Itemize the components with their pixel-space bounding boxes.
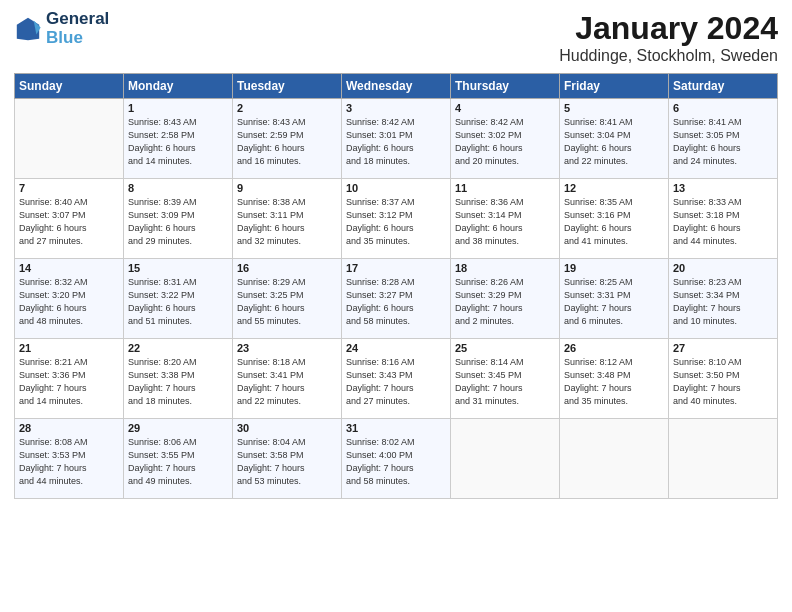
day-info: Sunrise: 8:16 AMSunset: 3:43 PMDaylight:… xyxy=(346,356,446,408)
day-cell: 3Sunrise: 8:42 AMSunset: 3:01 PMDaylight… xyxy=(342,99,451,179)
day-cell: 21Sunrise: 8:21 AMSunset: 3:36 PMDayligh… xyxy=(15,339,124,419)
day-info: Sunrise: 8:20 AMSunset: 3:38 PMDaylight:… xyxy=(128,356,228,408)
day-number: 9 xyxy=(237,182,337,194)
header-row: SundayMondayTuesdayWednesdayThursdayFrid… xyxy=(15,74,778,99)
header-day-tuesday: Tuesday xyxy=(233,74,342,99)
day-info: Sunrise: 8:37 AMSunset: 3:12 PMDaylight:… xyxy=(346,196,446,248)
day-info: Sunrise: 8:25 AMSunset: 3:31 PMDaylight:… xyxy=(564,276,664,328)
day-cell: 11Sunrise: 8:36 AMSunset: 3:14 PMDayligh… xyxy=(451,179,560,259)
header-day-sunday: Sunday xyxy=(15,74,124,99)
day-cell: 28Sunrise: 8:08 AMSunset: 3:53 PMDayligh… xyxy=(15,419,124,499)
day-number: 5 xyxy=(564,102,664,114)
day-info: Sunrise: 8:06 AMSunset: 3:55 PMDaylight:… xyxy=(128,436,228,488)
day-number: 29 xyxy=(128,422,228,434)
week-row-3: 14Sunrise: 8:32 AMSunset: 3:20 PMDayligh… xyxy=(15,259,778,339)
day-number: 10 xyxy=(346,182,446,194)
day-info: Sunrise: 8:43 AMSunset: 2:58 PMDaylight:… xyxy=(128,116,228,168)
day-cell: 30Sunrise: 8:04 AMSunset: 3:58 PMDayligh… xyxy=(233,419,342,499)
day-info: Sunrise: 8:12 AMSunset: 3:48 PMDaylight:… xyxy=(564,356,664,408)
day-info: Sunrise: 8:02 AMSunset: 4:00 PMDaylight:… xyxy=(346,436,446,488)
month-title: January 2024 xyxy=(559,10,778,47)
day-number: 7 xyxy=(19,182,119,194)
header-day-friday: Friday xyxy=(560,74,669,99)
week-row-4: 21Sunrise: 8:21 AMSunset: 3:36 PMDayligh… xyxy=(15,339,778,419)
day-info: Sunrise: 8:39 AMSunset: 3:09 PMDaylight:… xyxy=(128,196,228,248)
day-number: 20 xyxy=(673,262,773,274)
day-info: Sunrise: 8:42 AMSunset: 3:02 PMDaylight:… xyxy=(455,116,555,168)
day-number: 27 xyxy=(673,342,773,354)
day-cell: 31Sunrise: 8:02 AMSunset: 4:00 PMDayligh… xyxy=(342,419,451,499)
day-cell: 9Sunrise: 8:38 AMSunset: 3:11 PMDaylight… xyxy=(233,179,342,259)
day-number: 28 xyxy=(19,422,119,434)
day-number: 25 xyxy=(455,342,555,354)
day-cell: 1Sunrise: 8:43 AMSunset: 2:58 PMDaylight… xyxy=(124,99,233,179)
day-cell: 19Sunrise: 8:25 AMSunset: 3:31 PMDayligh… xyxy=(560,259,669,339)
day-cell: 2Sunrise: 8:43 AMSunset: 2:59 PMDaylight… xyxy=(233,99,342,179)
day-number: 17 xyxy=(346,262,446,274)
day-number: 15 xyxy=(128,262,228,274)
day-cell: 29Sunrise: 8:06 AMSunset: 3:55 PMDayligh… xyxy=(124,419,233,499)
day-number: 21 xyxy=(19,342,119,354)
day-cell: 13Sunrise: 8:33 AMSunset: 3:18 PMDayligh… xyxy=(669,179,778,259)
day-cell xyxy=(15,99,124,179)
day-number: 16 xyxy=(237,262,337,274)
day-cell xyxy=(669,419,778,499)
day-cell: 8Sunrise: 8:39 AMSunset: 3:09 PMDaylight… xyxy=(124,179,233,259)
day-info: Sunrise: 8:26 AMSunset: 3:29 PMDaylight:… xyxy=(455,276,555,328)
day-cell: 16Sunrise: 8:29 AMSunset: 3:25 PMDayligh… xyxy=(233,259,342,339)
calendar-table: SundayMondayTuesdayWednesdayThursdayFrid… xyxy=(14,73,778,499)
day-info: Sunrise: 8:21 AMSunset: 3:36 PMDaylight:… xyxy=(19,356,119,408)
day-number: 11 xyxy=(455,182,555,194)
day-cell: 5Sunrise: 8:41 AMSunset: 3:04 PMDaylight… xyxy=(560,99,669,179)
day-cell: 10Sunrise: 8:37 AMSunset: 3:12 PMDayligh… xyxy=(342,179,451,259)
page: General Blue January 2024 Huddinge, Stoc… xyxy=(0,0,792,612)
day-number: 14 xyxy=(19,262,119,274)
day-number: 30 xyxy=(237,422,337,434)
day-info: Sunrise: 8:10 AMSunset: 3:50 PMDaylight:… xyxy=(673,356,773,408)
day-info: Sunrise: 8:29 AMSunset: 3:25 PMDaylight:… xyxy=(237,276,337,328)
location-title: Huddinge, Stockholm, Sweden xyxy=(559,47,778,65)
day-info: Sunrise: 8:43 AMSunset: 2:59 PMDaylight:… xyxy=(237,116,337,168)
header-day-monday: Monday xyxy=(124,74,233,99)
day-info: Sunrise: 8:28 AMSunset: 3:27 PMDaylight:… xyxy=(346,276,446,328)
day-cell: 24Sunrise: 8:16 AMSunset: 3:43 PMDayligh… xyxy=(342,339,451,419)
header-day-thursday: Thursday xyxy=(451,74,560,99)
day-cell: 6Sunrise: 8:41 AMSunset: 3:05 PMDaylight… xyxy=(669,99,778,179)
day-number: 24 xyxy=(346,342,446,354)
day-info: Sunrise: 8:08 AMSunset: 3:53 PMDaylight:… xyxy=(19,436,119,488)
day-info: Sunrise: 8:41 AMSunset: 3:05 PMDaylight:… xyxy=(673,116,773,168)
day-number: 8 xyxy=(128,182,228,194)
day-info: Sunrise: 8:38 AMSunset: 3:11 PMDaylight:… xyxy=(237,196,337,248)
day-cell: 26Sunrise: 8:12 AMSunset: 3:48 PMDayligh… xyxy=(560,339,669,419)
day-number: 13 xyxy=(673,182,773,194)
day-number: 31 xyxy=(346,422,446,434)
week-row-5: 28Sunrise: 8:08 AMSunset: 3:53 PMDayligh… xyxy=(15,419,778,499)
day-cell: 25Sunrise: 8:14 AMSunset: 3:45 PMDayligh… xyxy=(451,339,560,419)
header: General Blue January 2024 Huddinge, Stoc… xyxy=(14,10,778,65)
day-number: 12 xyxy=(564,182,664,194)
day-info: Sunrise: 8:23 AMSunset: 3:34 PMDaylight:… xyxy=(673,276,773,328)
day-info: Sunrise: 8:31 AMSunset: 3:22 PMDaylight:… xyxy=(128,276,228,328)
day-cell: 18Sunrise: 8:26 AMSunset: 3:29 PMDayligh… xyxy=(451,259,560,339)
day-number: 4 xyxy=(455,102,555,114)
header-day-saturday: Saturday xyxy=(669,74,778,99)
day-cell xyxy=(560,419,669,499)
day-cell: 20Sunrise: 8:23 AMSunset: 3:34 PMDayligh… xyxy=(669,259,778,339)
day-info: Sunrise: 8:42 AMSunset: 3:01 PMDaylight:… xyxy=(346,116,446,168)
day-info: Sunrise: 8:32 AMSunset: 3:20 PMDaylight:… xyxy=(19,276,119,328)
day-cell: 7Sunrise: 8:40 AMSunset: 3:07 PMDaylight… xyxy=(15,179,124,259)
day-cell: 23Sunrise: 8:18 AMSunset: 3:41 PMDayligh… xyxy=(233,339,342,419)
day-cell: 22Sunrise: 8:20 AMSunset: 3:38 PMDayligh… xyxy=(124,339,233,419)
day-info: Sunrise: 8:14 AMSunset: 3:45 PMDaylight:… xyxy=(455,356,555,408)
day-number: 3 xyxy=(346,102,446,114)
day-number: 1 xyxy=(128,102,228,114)
day-number: 23 xyxy=(237,342,337,354)
logo-icon xyxy=(14,15,42,43)
day-cell: 14Sunrise: 8:32 AMSunset: 3:20 PMDayligh… xyxy=(15,259,124,339)
day-number: 22 xyxy=(128,342,228,354)
day-cell: 17Sunrise: 8:28 AMSunset: 3:27 PMDayligh… xyxy=(342,259,451,339)
day-cell: 27Sunrise: 8:10 AMSunset: 3:50 PMDayligh… xyxy=(669,339,778,419)
day-info: Sunrise: 8:40 AMSunset: 3:07 PMDaylight:… xyxy=(19,196,119,248)
logo: General Blue xyxy=(14,10,109,47)
day-info: Sunrise: 8:36 AMSunset: 3:14 PMDaylight:… xyxy=(455,196,555,248)
